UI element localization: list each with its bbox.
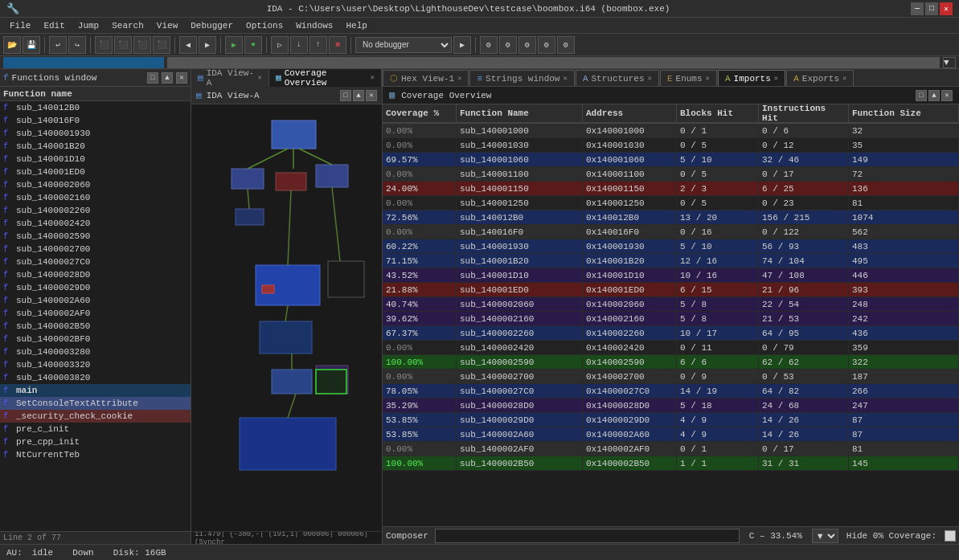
table-row[interactable]: 43.52%sub_140001D100x140001D1010 / 1647 … bbox=[383, 268, 959, 283]
table-row[interactable]: 60.22%sub_1400019300x1400019305 / 1056 /… bbox=[383, 239, 959, 254]
table-row[interactable]: 67.37%sub_14000022600x14000226010 / 1764… bbox=[383, 326, 959, 341]
functions-panel-max[interactable]: ▲ bbox=[162, 72, 173, 84]
table-row[interactable]: 40.74%sub_14000020600x1400020605 / 822 /… bbox=[383, 297, 959, 312]
structures-close[interactable]: ✕ bbox=[648, 74, 652, 83]
ida-view-close[interactable]: ✕ bbox=[258, 73, 262, 82]
func-sub_1400001930[interactable]: fsub_1400001930 bbox=[0, 127, 191, 140]
exports-close[interactable]: ✕ bbox=[842, 74, 846, 83]
tab-enums[interactable]: E Enums ✕ bbox=[660, 70, 717, 86]
debugger-selector[interactable]: No debugger bbox=[355, 37, 452, 53]
func-sub_1400002420[interactable]: fsub_1400002420 bbox=[0, 217, 191, 230]
table-row[interactable]: 53.85%sub_1400002A600x1400002A604 / 914 … bbox=[383, 427, 959, 442]
func-sub_140016F0[interactable]: fsub_140016F0 bbox=[0, 114, 191, 127]
table-row[interactable]: 53.85%sub_14000029D00x14000029D04 / 914 … bbox=[383, 413, 959, 427]
func-pre_cpp_init[interactable]: fpre_cpp_init bbox=[0, 435, 191, 448]
table-row[interactable]: 39.62%sub_14000021600x1400021605 / 821 /… bbox=[383, 312, 959, 326]
composer-input[interactable] bbox=[435, 529, 740, 543]
tab-structures[interactable]: A Structures ✕ bbox=[576, 70, 659, 86]
menu-jump[interactable]: Jump bbox=[72, 18, 105, 34]
func-sub_1400002260[interactable]: fsub_1400002260 bbox=[0, 204, 191, 217]
tb-save[interactable]: 💾 bbox=[23, 36, 40, 54]
tb-b3[interactable]: ⬛ bbox=[133, 36, 151, 54]
table-row[interactable]: 69.57%sub_1400010600x1400010605 / 1032 /… bbox=[383, 153, 959, 167]
ida-graph-view[interactable] bbox=[191, 104, 382, 531]
functions-panel-snap[interactable]: □ bbox=[147, 72, 158, 84]
menu-options[interactable]: Options bbox=[240, 18, 289, 34]
ida-close-btn[interactable]: ✕ bbox=[366, 90, 377, 101]
hex-close[interactable]: ✕ bbox=[457, 74, 461, 83]
table-row[interactable]: 78.05%sub_14000027C00x14000027C014 / 196… bbox=[383, 384, 959, 399]
func-sub_1400002060[interactable]: fsub_1400002060 bbox=[0, 178, 191, 191]
tb-run[interactable]: ▶ bbox=[225, 36, 243, 54]
func-sub_1400003820[interactable]: fsub_1400003820 bbox=[0, 371, 191, 384]
func-sub_140012B0[interactable]: fsub_140012B0 bbox=[0, 101, 191, 114]
cov-max-btn[interactable]: ▲ bbox=[928, 90, 940, 101]
func-sub_1400002160[interactable]: fsub_1400002160 bbox=[0, 191, 191, 204]
tb-b4[interactable]: ⬛ bbox=[153, 36, 170, 54]
table-row[interactable]: 100.00%sub_1400002B500x1400002B501 / 131… bbox=[383, 456, 959, 471]
strings-close[interactable]: ✕ bbox=[563, 74, 567, 83]
ida-snap-btn[interactable]: □ bbox=[340, 90, 351, 101]
nav-bar-end[interactable]: ▼ bbox=[943, 57, 956, 68]
func-sub_1400002AF0[interactable]: fsub_1400002AF0 bbox=[0, 307, 191, 320]
table-row[interactable]: 0.00%sub_140016F00x140016F00 / 160 / 122… bbox=[383, 225, 959, 239]
table-row[interactable]: 72.56%sub_140012B00x140012B013 / 20156 /… bbox=[383, 211, 959, 225]
ida-max-btn[interactable]: ▲ bbox=[353, 90, 364, 101]
func-sub_1400002B50[interactable]: fsub_1400002B50 bbox=[0, 320, 191, 333]
table-row[interactable]: 0.00%sub_1400010000x1400010000 / 10 / 63… bbox=[383, 124, 959, 138]
table-row[interactable]: 0.00%sub_14000027000x1400027000 / 90 / 5… bbox=[383, 370, 959, 384]
func-sub_1400003280[interactable]: fsub_1400003280 bbox=[0, 345, 191, 358]
tb-extra3[interactable]: ⚙ bbox=[518, 36, 536, 54]
tb-debugger-go[interactable]: ▶ bbox=[453, 36, 471, 54]
menu-help[interactable]: Help bbox=[339, 18, 373, 34]
table-row[interactable]: 71.15%sub_140001B200x140001B2012 / 1674 … bbox=[383, 254, 959, 268]
table-row[interactable]: 0.00%sub_1400012500x1400012500 / 50 / 23… bbox=[383, 196, 959, 211]
func-sub_1400002A60[interactable]: fsub_1400002A60 bbox=[0, 294, 191, 307]
tb-redo[interactable]: ↪ bbox=[68, 36, 86, 54]
func-NtCurrentTeb[interactable]: fNtCurrentTeb bbox=[0, 448, 191, 461]
enums-close[interactable]: ✕ bbox=[706, 74, 710, 83]
coverage-close[interactable]: ✕ bbox=[371, 73, 375, 82]
tb-step-out[interactable]: ↑ bbox=[309, 36, 327, 54]
func-security_check_cookie[interactable]: f_security_check_cookie bbox=[0, 410, 191, 423]
func-sub_140001ED0[interactable]: fsub_140001ED0 bbox=[0, 166, 191, 178]
func-sub_14000029D0[interactable]: fsub_14000029D0 bbox=[0, 281, 191, 294]
func-sub_140001D10[interactable]: fsub_140001D10 bbox=[0, 153, 191, 166]
tb-extra1[interactable]: ⚙ bbox=[480, 36, 498, 54]
table-row[interactable]: 21.88%sub_140001ED00x140001ED06 / 1521 /… bbox=[383, 283, 959, 297]
menu-search[interactable]: Search bbox=[105, 18, 150, 34]
table-row[interactable]: 0.00%sub_1400010300x1400010300 / 50 / 12… bbox=[383, 138, 959, 153]
func-main[interactable]: fmain bbox=[0, 384, 191, 397]
table-row[interactable]: 0.00%sub_1400002AF00x1400002AF00 / 10 / … bbox=[383, 442, 959, 456]
imports-close[interactable]: ✕ bbox=[774, 74, 778, 83]
table-row[interactable]: 0.00%sub_1400011000x1400011000 / 50 / 17… bbox=[383, 167, 959, 182]
tab-hex-view-1[interactable]: ⬡ Hex View-1 ✕ bbox=[383, 70, 469, 86]
tb-open[interactable]: 📂 bbox=[3, 36, 21, 54]
func-sub_140001B20[interactable]: fsub_140001B20 bbox=[0, 140, 191, 153]
tb-b2[interactable]: ⬛ bbox=[114, 36, 132, 54]
tb-stop[interactable]: ■ bbox=[329, 36, 346, 54]
menu-windows[interactable]: Windows bbox=[289, 18, 339, 34]
tab-ida-view-a[interactable]: ▤ IDA View-A ✕ bbox=[191, 69, 269, 87]
func-sub_14000028D0[interactable]: fsub_14000028D0 bbox=[0, 268, 191, 281]
coverage-selector[interactable]: ▼ bbox=[812, 529, 838, 543]
func-sub_1400003320[interactable]: fsub_1400003320 bbox=[0, 358, 191, 371]
menu-debugger[interactable]: Debugger bbox=[184, 18, 240, 34]
func-sub_1400002700[interactable]: fsub_1400002700 bbox=[0, 243, 191, 255]
func-sub_1400002BF0[interactable]: fsub_1400002BF0 bbox=[0, 333, 191, 345]
func-sub_14000027C0[interactable]: fsub_14000027C0 bbox=[0, 255, 191, 268]
tab-exports[interactable]: A Exports ✕ bbox=[786, 70, 854, 86]
maximize-button[interactable]: □ bbox=[925, 2, 938, 15]
tb-extra2[interactable]: ⚙ bbox=[499, 36, 517, 54]
func-pre_c_init[interactable]: fpre_c_init bbox=[0, 423, 191, 435]
tb-step-over[interactable]: ▷ bbox=[271, 36, 289, 54]
tb-back[interactable]: ◀ bbox=[179, 36, 197, 54]
cov-snap-btn[interactable]: □ bbox=[916, 90, 927, 101]
functions-panel-close[interactable]: ✕ bbox=[176, 72, 187, 84]
menu-edit[interactable]: Edit bbox=[37, 18, 71, 34]
table-row[interactable]: 0.00%sub_14000024200x1400024200 / 110 / … bbox=[383, 341, 959, 355]
coverage-dot[interactable] bbox=[945, 530, 956, 542]
func-SetConsoleTextAttribute[interactable]: fSetConsoleTextAttribute bbox=[0, 397, 191, 410]
tab-coverage-overview[interactable]: ▦ Coverage Overview ✕ bbox=[269, 69, 382, 87]
table-row[interactable]: 24.00%sub_1400011500x1400011502 / 36 / 2… bbox=[383, 182, 959, 196]
